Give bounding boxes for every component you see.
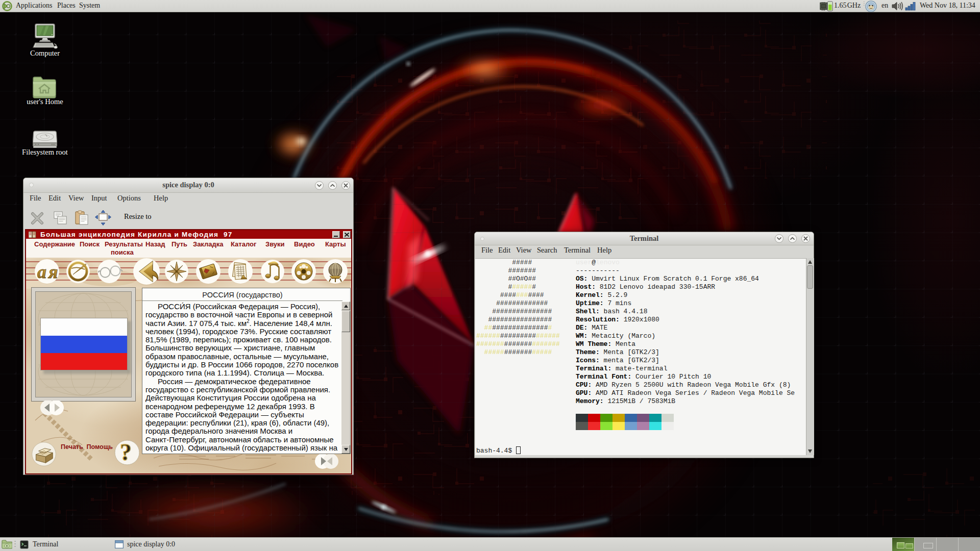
svg-text:а: а: [37, 262, 46, 282]
svg-text:?: ?: [120, 439, 132, 465]
svg-text:я: я: [47, 262, 58, 282]
